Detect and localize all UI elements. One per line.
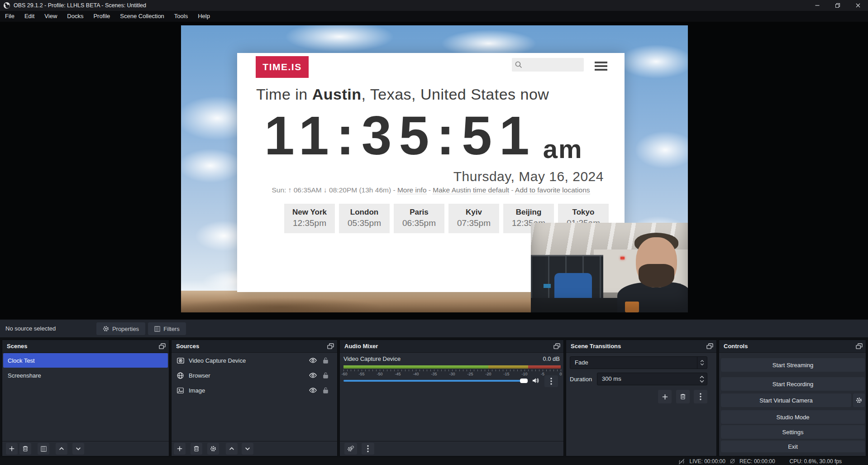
move-scene-up-button[interactable] xyxy=(56,443,67,455)
menu-item-docks[interactable]: Docks xyxy=(62,11,88,22)
restore-button[interactable] xyxy=(827,0,848,11)
unlock-icon[interactable] xyxy=(323,357,329,364)
advanced-audio-button[interactable] xyxy=(344,443,357,455)
transition-select[interactable]: Fade xyxy=(570,356,707,369)
link-add-favorite[interactable]: Add to favorite locations xyxy=(515,186,590,194)
popout-icon[interactable] xyxy=(159,343,166,349)
popout-icon[interactable] xyxy=(706,343,713,349)
source-item-image[interactable]: Image xyxy=(172,383,336,398)
scene-item-clock-test[interactable]: Clock Test xyxy=(3,353,168,368)
remove-source-button[interactable] xyxy=(191,443,202,455)
link-make-default[interactable]: Make Austin time default xyxy=(433,186,509,194)
city-card[interactable]: Kyiv 07:35pm xyxy=(448,204,499,233)
move-scene-down-button[interactable] xyxy=(72,443,84,455)
city-name: Kyiv xyxy=(448,208,499,217)
add-transition-button[interactable] xyxy=(658,390,672,403)
speaker-icon[interactable] xyxy=(532,377,539,384)
spinner-down-icon xyxy=(700,380,704,383)
unlock-icon[interactable] xyxy=(323,372,329,379)
city-time: 07:35pm xyxy=(448,218,499,228)
spinner-up-icon xyxy=(700,376,704,379)
move-source-down-button[interactable] xyxy=(242,443,253,455)
search-input[interactable] xyxy=(512,58,584,72)
city-name: Paris xyxy=(394,208,444,217)
start-virtual-camera-button[interactable]: Start Virtual Camera xyxy=(721,393,851,407)
eye-icon[interactable] xyxy=(309,358,317,363)
eye-icon[interactable] xyxy=(309,388,317,393)
meter-tick-label: -60 xyxy=(341,372,347,376)
source-toolbar: No source selected Properties Filters xyxy=(0,319,868,337)
source-item-browser[interactable]: Browser xyxy=(172,368,336,383)
trash-icon xyxy=(22,446,29,452)
city-card[interactable]: London 05:35pm xyxy=(339,204,390,233)
scene-filters-button[interactable] xyxy=(38,443,49,455)
exit-button[interactable]: Exit xyxy=(721,441,865,452)
popout-icon[interactable] xyxy=(856,343,863,349)
popout-icon[interactable] xyxy=(553,343,560,349)
transition-options-button[interactable] xyxy=(694,390,707,403)
menu-item-edit[interactable]: Edit xyxy=(19,11,39,22)
panel-title: Scenes xyxy=(7,340,28,353)
city-card[interactable]: Paris 06:35pm xyxy=(394,204,444,233)
meter-tick-label: -45 xyxy=(395,372,401,376)
mixer-options-button[interactable] xyxy=(544,375,558,387)
source-item-video-capture[interactable]: Video Capture Device xyxy=(172,353,336,368)
link-more-info[interactable]: More info xyxy=(397,186,427,194)
hamburger-menu-icon[interactable] xyxy=(595,62,607,72)
unlock-icon[interactable] xyxy=(323,387,329,393)
start-streaming-button[interactable]: Start Streaming xyxy=(721,358,865,372)
start-recording-button[interactable]: Start Recording xyxy=(721,377,865,391)
menu-item-view[interactable]: View xyxy=(39,11,62,22)
city-time: 05:35pm xyxy=(339,218,390,228)
spinner-arrows[interactable] xyxy=(700,373,704,385)
menu-item-tools[interactable]: Tools xyxy=(169,11,193,22)
cpu-status: CPU: 0.6%, 30.00 fps xyxy=(790,458,842,465)
webcam-overlay[interactable] xyxy=(531,223,688,312)
trash-icon xyxy=(193,446,200,452)
properties-button[interactable]: Properties xyxy=(96,322,145,335)
status-bar: LIVE: 00:00:00 REC: 00:00:00 CPU: 0.6%, … xyxy=(0,457,868,465)
add-source-button[interactable] xyxy=(174,443,186,455)
gear-icon xyxy=(210,446,216,452)
menu-item-file[interactable]: File xyxy=(0,11,19,22)
toolbar-status-text: No source selected xyxy=(5,320,56,338)
combo-arrows[interactable] xyxy=(697,357,707,369)
popout-icon[interactable] xyxy=(327,343,334,349)
program-canvas[interactable]: TIME.IS Time in Austin, Texas, United St… xyxy=(181,25,688,312)
minimize-button[interactable] xyxy=(807,0,827,11)
duration-spinner[interactable]: 300 ms xyxy=(597,373,707,385)
menu-item-profile[interactable]: Profile xyxy=(88,11,115,22)
menu-item-scene-collection[interactable]: Scene Collection xyxy=(115,11,169,22)
panel-title: Audio Mixer xyxy=(344,340,378,353)
city-card[interactable]: New York 12:35pm xyxy=(284,204,335,233)
eye-icon[interactable] xyxy=(309,373,317,378)
plus-icon xyxy=(662,393,668,400)
close-button[interactable] xyxy=(848,0,868,11)
gear-icon xyxy=(103,326,109,332)
stream-inactive-icon xyxy=(678,458,685,465)
meter-tick-label: -5 xyxy=(541,372,544,376)
filters-button[interactable]: Filters xyxy=(148,322,186,335)
search-icon xyxy=(515,61,523,69)
move-source-up-button[interactable] xyxy=(226,443,238,455)
mixer-db-value: 0.0 dB xyxy=(543,355,560,362)
remove-transition-button[interactable] xyxy=(676,390,690,403)
virtual-camera-settings-button[interactable] xyxy=(853,393,865,407)
studio-mode-button[interactable]: Studio Mode xyxy=(721,410,865,424)
source-properties-button[interactable] xyxy=(207,443,219,455)
settings-button[interactable]: Settings xyxy=(721,425,865,439)
volume-slider-handle[interactable] xyxy=(520,379,528,383)
mixer-menu-button[interactable] xyxy=(362,443,374,455)
volume-slider[interactable] xyxy=(343,380,521,382)
menu-item-help[interactable]: Help xyxy=(193,11,215,22)
remove-scene-button[interactable] xyxy=(19,443,31,455)
dots-icon xyxy=(550,378,552,385)
window-title: OBS 29.1.2 - Profile: LLHLS BETA - Scene… xyxy=(14,0,146,11)
scene-item-screenshare[interactable]: Screenshare xyxy=(3,368,168,383)
clock-time: 11:35:51 xyxy=(264,112,537,160)
meter-tick-label: -10 xyxy=(521,372,527,376)
timeis-logo[interactable]: TIME.IS xyxy=(256,56,309,78)
filter-icon xyxy=(41,446,47,452)
meter-tick-label: -25 xyxy=(467,372,473,376)
add-scene-button[interactable] xyxy=(6,443,18,455)
